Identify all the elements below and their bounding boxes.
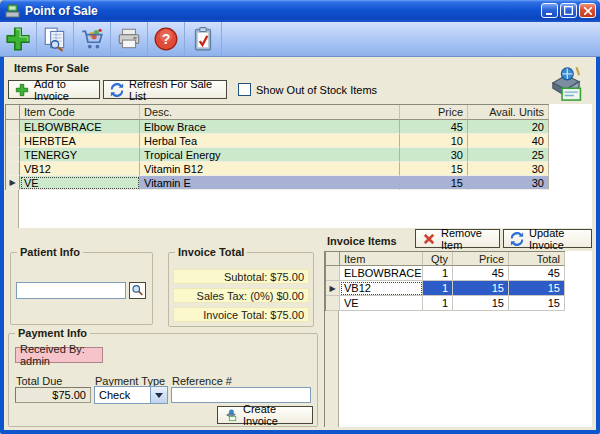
reference-input[interactable] (171, 387, 311, 403)
tasks-icon (190, 26, 216, 52)
minimize-button[interactable] (541, 3, 558, 18)
col-total[interactable]: Total (509, 252, 565, 266)
cell-qty[interactable]: 1 (423, 281, 453, 296)
table-row-selected[interactable]: ▶ VB12 1 15 15 (326, 281, 565, 296)
patient-search-input[interactable] (16, 282, 126, 299)
col-avail-units[interactable]: Avail. Units (468, 105, 549, 120)
cell-item[interactable]: ELBOWBRACE (340, 266, 423, 281)
col-item[interactable]: Item (340, 252, 423, 266)
invoice-total-group: Invoice Total Subtotal: $75.00 Sales Tax… (168, 252, 314, 327)
cell-desc[interactable]: Vitamin B12 (140, 162, 400, 176)
point-of-sale-button[interactable] (74, 22, 111, 56)
cell-price[interactable]: 15 (400, 162, 468, 176)
received-by-badge: Received By: admin (15, 347, 103, 363)
refresh-icon (510, 232, 524, 246)
add-to-invoice-button[interactable]: Add to Invoice (8, 80, 100, 99)
invoice-grid-header: Item Qty Price Total (326, 252, 565, 266)
chevron-down-icon[interactable] (150, 387, 167, 403)
cell-price[interactable]: 15 (453, 296, 509, 311)
cell-total[interactable]: 15 (509, 281, 565, 296)
cell-units[interactable]: 20 (468, 120, 549, 134)
cell-units[interactable]: 30 (468, 176, 549, 190)
table-row[interactable]: VB12 Vitamin B12 15 30 (6, 162, 549, 176)
cell-qty[interactable]: 1 (423, 296, 453, 311)
show-out-of-stock-label: Show Out of Stock Items (256, 84, 377, 96)
invoice-total-value: Invoice Total: $75.00 (173, 307, 309, 322)
item-lookup-button[interactable] (37, 22, 74, 56)
cell-item-code[interactable]: VE (20, 176, 140, 190)
cell-desc[interactable]: Elbow Brace (140, 120, 400, 134)
table-row[interactable]: ELBOWBRACE 1 45 45 (326, 266, 565, 281)
cell-desc[interactable]: Tropical Energy (140, 148, 400, 162)
maximize-button[interactable] (560, 3, 577, 18)
table-row-selected[interactable]: ▶ VE Vitamin E 15 30 (6, 176, 549, 190)
print-icon (116, 26, 142, 52)
payment-type-value: Check (95, 389, 150, 401)
col-desc[interactable]: Desc. (140, 105, 400, 120)
add-item-button[interactable] (0, 22, 37, 56)
cell-units[interactable]: 25 (468, 148, 549, 162)
tasks-button[interactable] (185, 22, 222, 56)
cell-item-code[interactable]: HERBTEA (20, 134, 140, 148)
remove-item-button[interactable]: Remove Item (415, 229, 500, 248)
cell-item-code[interactable]: ELBOWBRACE (20, 120, 140, 134)
print-button[interactable] (111, 22, 148, 56)
cell-item[interactable]: VE (340, 296, 423, 311)
cell-desc[interactable]: Vitamin E (140, 176, 400, 190)
plus-icon (15, 83, 29, 97)
payment-type-select[interactable]: Check (94, 386, 168, 404)
cell-units[interactable]: 40 (468, 134, 549, 148)
cell-units[interactable]: 30 (468, 162, 549, 176)
title-bar: Point of Sale (0, 0, 600, 22)
cell-price[interactable]: 15 (400, 176, 468, 190)
header-selector-cell (6, 105, 20, 120)
refresh-icon (110, 83, 124, 97)
show-out-of-stock-checkbox[interactable] (238, 83, 251, 96)
current-row-marker: ▶ (326, 281, 340, 296)
cell-total[interactable]: 15 (509, 296, 565, 311)
cell-item-code[interactable]: TENERGY (20, 148, 140, 162)
table-row[interactable]: VE 1 15 15 (326, 296, 565, 311)
close-button[interactable] (579, 3, 596, 18)
patient-info-title: Patient Info (17, 246, 83, 258)
cell-qty[interactable]: 1 (423, 266, 453, 281)
create-invoice-button[interactable]: Create Invoice (217, 406, 313, 424)
invoice-total-title: Invoice Total (175, 246, 247, 258)
cell-price[interactable]: 45 (453, 266, 509, 281)
payment-info-title: Payment Info (15, 327, 90, 339)
invoice-grid-table: Item Qty Price Total ELBOWBRACE 1 45 45 … (325, 251, 565, 311)
help-icon: ? (153, 26, 179, 52)
sales-tax-value: Sales Tax: (0%) $0.00 (173, 288, 309, 303)
cell-price[interactable]: 30 (400, 148, 468, 162)
col-item-code[interactable]: Item Code (20, 105, 140, 120)
col-qty[interactable]: Qty (423, 252, 453, 266)
cell-item[interactable]: VB12 (340, 281, 423, 296)
col-price[interactable]: Price (400, 105, 468, 120)
table-row[interactable]: HERBTEA Herbal Tea 10 40 (6, 134, 549, 148)
header-selector-cell (326, 252, 340, 266)
items-grid-header: Item Code Desc. Price Avail. Units (6, 105, 549, 120)
row-selector-strip (325, 310, 339, 427)
cell-price[interactable]: 15 (453, 281, 509, 296)
items-for-sale-grid: Item Code Desc. Price Avail. Units ELBOW… (5, 104, 592, 228)
cash-register-icon (224, 408, 238, 422)
row-selector-strip (5, 189, 19, 228)
add-icon (5, 26, 31, 52)
point-of-sale-window: Point of Sale (0, 0, 600, 434)
update-invoice-button[interactable]: Update Invoice (503, 229, 592, 248)
table-row[interactable]: ELBOWBRACE Elbow Brace 45 20 (6, 120, 549, 134)
col-price[interactable]: Price (453, 252, 509, 266)
window-title: Point of Sale (25, 4, 98, 18)
cash-register-icon (544, 62, 588, 104)
help-button[interactable]: ? (148, 22, 185, 56)
item-lookup-icon (42, 26, 68, 52)
cell-item-code[interactable]: VB12 (20, 162, 140, 176)
cell-desc[interactable]: Herbal Tea (140, 134, 400, 148)
patient-search-button[interactable] (129, 282, 146, 299)
cell-total[interactable]: 45 (509, 266, 565, 281)
table-row[interactable]: TENERGY Tropical Energy 30 25 (6, 148, 549, 162)
invoice-items-title: Invoice Items (327, 235, 397, 247)
cell-price[interactable]: 45 (400, 120, 468, 134)
refresh-for-sale-button[interactable]: Refresh For Sale List (103, 80, 227, 99)
cell-price[interactable]: 10 (400, 134, 468, 148)
